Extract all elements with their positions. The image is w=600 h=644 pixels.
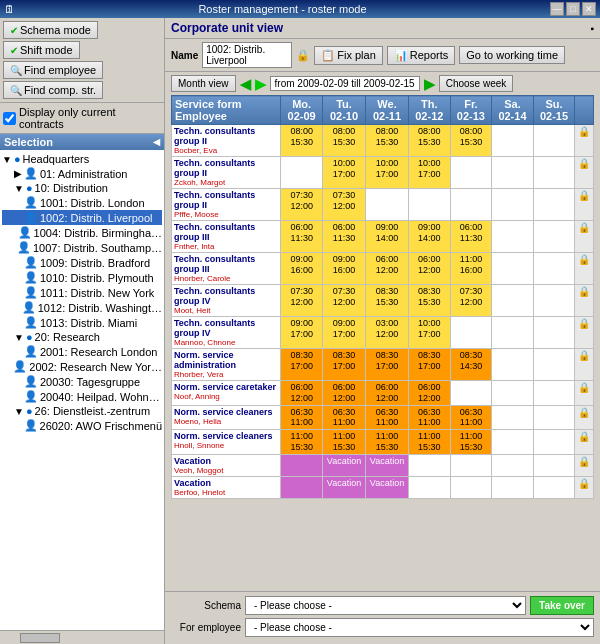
lock-cell-11[interactable]: 🔒 [575, 454, 594, 476]
lock-cell-2[interactable]: 🔒 [575, 189, 594, 221]
cell-mo-8[interactable]: 06:0012:00 [281, 381, 323, 406]
cell-we-4[interactable]: 06:0012:00 [366, 253, 409, 285]
choose-week-button[interactable]: Choose week [439, 75, 514, 92]
cell-mo-5[interactable]: 07:3012:00 [281, 285, 323, 317]
cell-mo-9[interactable]: 06:3011:00 [281, 405, 323, 430]
cell-we-8[interactable]: 06:0012:00 [366, 381, 409, 406]
scrollbar-thumb[interactable] [20, 633, 60, 643]
cell-we-7[interactable]: 08:3017:00 [366, 349, 409, 381]
cell-tu-10[interactable]: 11:0015:30 [322, 430, 365, 455]
tree-item-1009[interactable]: 👤 1009: Distrib. Bradford [2, 255, 162, 270]
cell-su-12[interactable] [533, 476, 575, 498]
cell-mo-7[interactable]: 08:3017:00 [281, 349, 323, 381]
find-comp-str-button[interactable]: 🔍 Find comp. str. [3, 81, 103, 99]
cell-mo-10[interactable]: 11:0015:30 [281, 430, 323, 455]
next-week-button[interactable]: ▶ [424, 76, 435, 92]
tree-item-10-distribution[interactable]: ▼ ● 10: Distribution [2, 181, 162, 195]
cell-we-1[interactable]: 10:0017:00 [366, 157, 409, 189]
lock-cell-6[interactable]: 🔒 [575, 317, 594, 349]
tree-item-hq[interactable]: ▼ ● Headquarters [2, 152, 162, 166]
cell-fr-8[interactable] [450, 381, 492, 406]
tree-item-20-research[interactable]: ▼ ● 20: Research [2, 330, 162, 344]
cell-fr-6[interactable] [450, 317, 492, 349]
lock-cell-7[interactable]: 🔒 [575, 349, 594, 381]
cell-we-5[interactable]: 08:3015:30 [366, 285, 409, 317]
cell-su-1[interactable] [533, 157, 575, 189]
cell-sa-2[interactable] [492, 189, 534, 221]
cell-sa-9[interactable] [492, 405, 534, 430]
cell-sa-3[interactable] [492, 221, 534, 253]
cell-tu-9[interactable]: 06:3011:00 [322, 405, 365, 430]
cell-tu-5[interactable]: 07:3012:00 [322, 285, 365, 317]
tree-item-2002[interactable]: 👤 2002: Research New Yor… [2, 359, 162, 374]
cell-fr-3[interactable]: 06:0011:30 [450, 221, 492, 253]
cell-we-3[interactable]: 09:0014:00 [366, 221, 409, 253]
cell-sa-6[interactable] [492, 317, 534, 349]
cell-fr-2[interactable] [450, 189, 492, 221]
cell-su-5[interactable] [533, 285, 575, 317]
cell-sa-10[interactable] [492, 430, 534, 455]
cell-we-10[interactable]: 11:0015:30 [366, 430, 409, 455]
cell-su-2[interactable] [533, 189, 575, 221]
cell-fr-0[interactable]: 08:0015:30 [450, 125, 492, 157]
cell-fr-10[interactable]: 11:0015:30 [450, 430, 492, 455]
schema-select[interactable]: - Please choose - [245, 596, 526, 615]
cell-sa-5[interactable] [492, 285, 534, 317]
display-only-current-checkbox[interactable] [3, 112, 16, 125]
cell-we-6[interactable]: 03:0012:00 [366, 317, 409, 349]
cell-we-12[interactable]: Vacation [366, 476, 409, 498]
lock-cell-4[interactable]: 🔒 [575, 253, 594, 285]
tree-item-1002[interactable]: 👤 1002: Distrib. Liverpool [2, 210, 162, 225]
cell-fr-5[interactable]: 07:3012:00 [450, 285, 492, 317]
month-view-button[interactable]: Month view [171, 75, 236, 92]
cell-th-10[interactable]: 11:0015:30 [409, 430, 451, 455]
cell-fr-4[interactable]: 11:0016:00 [450, 253, 492, 285]
cell-su-9[interactable] [533, 405, 575, 430]
tree-item-1013[interactable]: 👤 1013: Distrib. Miami [2, 315, 162, 330]
lock-cell-3[interactable]: 🔒 [575, 221, 594, 253]
tree-item-1010[interactable]: 👤 1010: Distrib. Plymouth [2, 270, 162, 285]
schema-mode-button[interactable]: ✔ Schema mode [3, 21, 98, 39]
cell-th-2[interactable] [409, 189, 451, 221]
cell-th-7[interactable]: 08:3017:00 [409, 349, 451, 381]
cell-su-8[interactable] [533, 381, 575, 406]
tree-item-1004[interactable]: 👤 1004: Distrib. Birmingha… [2, 225, 162, 240]
cell-fr-9[interactable]: 06:3011:00 [450, 405, 492, 430]
cell-th-9[interactable]: 06:3011:00 [409, 405, 451, 430]
cell-su-11[interactable] [533, 454, 575, 476]
maximize-button[interactable]: □ [566, 2, 580, 16]
cell-tu-11[interactable]: Vacation [322, 454, 365, 476]
tree-item-20030[interactable]: 👤 20030: Tagesgruppe [2, 374, 162, 389]
cell-tu-2[interactable]: 07:3012:00 [322, 189, 365, 221]
cell-tu-0[interactable]: 08:0015:30 [322, 125, 365, 157]
cell-mo-0[interactable]: 08:0015:30 [281, 125, 323, 157]
cell-we-2[interactable] [366, 189, 409, 221]
close-button[interactable]: ✕ [582, 2, 596, 16]
tree-item-01-admin[interactable]: ▶ 👤 01: Administration [2, 166, 162, 181]
find-employee-button[interactable]: 🔍 Find employee [3, 61, 103, 79]
cell-su-4[interactable] [533, 253, 575, 285]
cell-tu-12[interactable]: Vacation [322, 476, 365, 498]
cell-tu-3[interactable]: 06:0011:30 [322, 221, 365, 253]
cell-th-1[interactable]: 10:0017:00 [409, 157, 451, 189]
cell-su-7[interactable] [533, 349, 575, 381]
cell-sa-12[interactable] [492, 476, 534, 498]
cell-th-8[interactable]: 06:0012:00 [409, 381, 451, 406]
go-to-working-time-button[interactable]: Go to working time [459, 46, 565, 64]
prev-week-button[interactable]: ◀ [240, 76, 251, 92]
cell-sa-1[interactable] [492, 157, 534, 189]
cell-th-11[interactable] [409, 454, 451, 476]
take-over-button[interactable]: Take over [530, 596, 594, 615]
cell-th-12[interactable] [409, 476, 451, 498]
fix-plan-button[interactable]: 📋 Fix plan [314, 46, 383, 65]
cell-su-0[interactable] [533, 125, 575, 157]
cell-fr-7[interactable]: 08:3014:30 [450, 349, 492, 381]
lock-cell-9[interactable]: 🔒 [575, 405, 594, 430]
cell-sa-8[interactable] [492, 381, 534, 406]
cell-sa-0[interactable] [492, 125, 534, 157]
tree-item-26[interactable]: ▼ ● 26: Dienstleist.-zentrum [2, 404, 162, 418]
cell-th-4[interactable]: 06:0012:00 [409, 253, 451, 285]
lock-cell-12[interactable]: 🔒 [575, 476, 594, 498]
cell-su-3[interactable] [533, 221, 575, 253]
tree-item-1011[interactable]: 👤 1011: Distrib. New York [2, 285, 162, 300]
